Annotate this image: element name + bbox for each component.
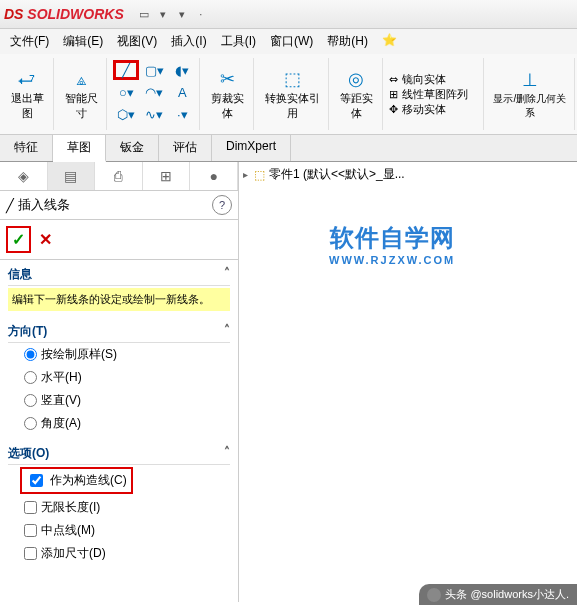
offset-icon: ◎ [344, 67, 368, 91]
tab-feature[interactable]: 特征 [0, 135, 53, 161]
watermark-url: WWW.RJZXW.COM [329, 254, 455, 266]
convert-button[interactable]: ⬚ 转换实体引用 [256, 58, 329, 130]
feature-tree-flyout[interactable]: ▸ ⬚ 零件1 (默认<<默认>_显... [243, 166, 405, 183]
app-logo: DS SOLIDWORKS [4, 6, 124, 22]
part-icon: ⬚ [254, 168, 265, 182]
panel-tab-feature-icon[interactable]: ◈ [0, 162, 48, 190]
section-info: 信息˄ 编辑下一新线条的设定或绘制一新线条。 [0, 260, 238, 317]
panel-tab-dim-icon[interactable]: ⊞ [143, 162, 191, 190]
sketch-tools-grid: ╱ ▢▾ ◖▾ ○▾ ◠▾ A ⬡▾ ∿▾ ·▾ [109, 58, 200, 130]
ok-highlight: ✓ [6, 226, 31, 253]
line-tool-button[interactable]: ╱ [113, 60, 139, 80]
section-direction: 方向(T)˄ 按绘制原样(S) 水平(H) 竖直(V) 角度(A) [0, 317, 238, 439]
radio-horizontal[interactable]: 水平(H) [8, 366, 230, 389]
open-icon[interactable]: ▾ [155, 6, 171, 22]
radio-as-sketched[interactable]: 按绘制原样(S) [8, 343, 230, 366]
command-tabs: 特征 草图 钣金 评估 DimXpert [0, 135, 577, 162]
graphics-area[interactable]: ▸ ⬚ 零件1 (默认<<默认>_显... 软件自学网 WWW.RJZXW.CO… [239, 162, 577, 602]
slot-tool-icon[interactable]: ◖▾ [169, 60, 195, 80]
section-opts-title: 选项(O) [8, 445, 49, 462]
convert-icon: ⬚ [280, 67, 304, 91]
relations-icon: ⊥ [518, 68, 542, 92]
watermark-title: 软件自学网 [329, 222, 455, 254]
property-panel: ◈ ▤ ⎙ ⊞ ● ╱ 插入线条 ? ✓ ✕ 信息˄ 编辑下一新线条的设定或绘制… [0, 162, 239, 602]
menu-edit[interactable]: 编辑(E) [57, 31, 109, 52]
exit-sketch-icon: ⮐ [15, 67, 39, 91]
tab-dimxpert[interactable]: DimXpert [212, 135, 291, 161]
trim-icon: ✂ [216, 67, 240, 91]
menu-help[interactable]: 帮助(H) [321, 31, 374, 52]
arc-tool-icon[interactable]: ◠▾ [141, 82, 167, 102]
move-icon[interactable]: ✥ [389, 103, 398, 116]
menu-tools[interactable]: 工具(I) [215, 31, 262, 52]
watermark: 软件自学网 WWW.RJZXW.COM [329, 222, 455, 266]
collapse-icon[interactable]: ˄ [224, 445, 230, 462]
tab-evaluate[interactable]: 评估 [159, 135, 212, 161]
main-area: ◈ ▤ ⎙ ⊞ ● ╱ 插入线条 ? ✓ ✕ 信息˄ 编辑下一新线条的设定或绘制… [0, 162, 577, 602]
pattern-icon[interactable]: ⊞ [389, 88, 398, 101]
menu-search-icon[interactable]: ⭐ [376, 31, 403, 52]
pattern-group: ⇔镜向实体 ⊞线性草图阵列 ✥移动实体 [385, 58, 484, 130]
smart-dimension-button[interactable]: ⟁ 智能尺寸 [56, 58, 108, 130]
ribbon: ⮐ 退出草图 ⟁ 智能尺寸 ╱ ▢▾ ◖▾ ○▾ ◠▾ A ⬡▾ ∿▾ ·▾ ✂… [0, 54, 577, 135]
avatar-icon [427, 588, 441, 602]
cancel-button[interactable]: ✕ [39, 230, 52, 249]
menu-bar: 文件(F) 编辑(E) 视图(V) 插入(I) 工具(I) 窗口(W) 帮助(H… [0, 29, 577, 54]
menu-insert[interactable]: 插入(I) [165, 31, 212, 52]
construction-highlight: 作为构造线(C) [20, 467, 133, 494]
menu-file[interactable]: 文件(F) [4, 31, 55, 52]
confirm-row: ✓ ✕ [0, 220, 238, 260]
collapse-icon[interactable]: ˄ [224, 266, 230, 283]
panel-tabs: ◈ ▤ ⎙ ⊞ ● [0, 162, 238, 191]
checkbox-midpoint[interactable]: 中点线(M) [8, 519, 230, 542]
menu-window[interactable]: 窗口(W) [264, 31, 319, 52]
part-name: 零件1 (默认<<默认>_显... [269, 166, 405, 183]
checkbox-add-dim[interactable]: 添加尺寸(D) [8, 542, 230, 565]
info-text: 编辑下一新线条的设定或绘制一新线条。 [8, 288, 230, 311]
menu-view[interactable]: 视图(V) [111, 31, 163, 52]
panel-tab-appearance-icon[interactable]: ● [190, 162, 238, 190]
line-icon: ╱ [6, 198, 14, 213]
help-icon[interactable]: ? [212, 195, 232, 215]
section-info-title: 信息 [8, 266, 32, 283]
display-relations-button[interactable]: ⊥ 显示/删除几何关系 [486, 58, 575, 130]
tab-sketch[interactable]: 草图 [53, 135, 106, 162]
expand-icon[interactable]: ▸ [243, 169, 248, 180]
save-icon[interactable]: ▾ [174, 6, 190, 22]
panel-header: ╱ 插入线条 ? [0, 191, 238, 220]
offset-button[interactable]: ◎ 等距实体 [331, 58, 383, 130]
point-tool-icon[interactable]: ·▾ [169, 104, 195, 124]
trim-button[interactable]: ✂ 剪裁实体 [202, 58, 254, 130]
checkbox-construction[interactable] [30, 474, 43, 487]
title-bar: DS SOLIDWORKS ▭ ▾ ▾ · [0, 0, 577, 29]
rect-tool-icon[interactable]: ▢▾ [141, 60, 167, 80]
mirror-icon[interactable]: ⇔ [389, 73, 398, 86]
polygon-tool-icon[interactable]: ⬡▾ [113, 104, 139, 124]
spline-tool-icon[interactable]: ∿▾ [141, 104, 167, 124]
circle-tool-icon[interactable]: ○▾ [113, 82, 139, 102]
panel-tab-property-icon[interactable]: ▤ [48, 162, 96, 190]
panel-tab-config-icon[interactable]: ⎙ [95, 162, 143, 190]
collapse-icon[interactable]: ˄ [224, 323, 230, 340]
footer-text: 头条 @solidworks小达人. [445, 587, 569, 602]
dimension-icon: ⟁ [69, 67, 93, 91]
new-icon[interactable]: ▭ [136, 6, 152, 22]
radio-vertical[interactable]: 竖直(V) [8, 389, 230, 412]
text-tool-icon[interactable]: A [169, 82, 195, 102]
exit-sketch-button[interactable]: ⮐ 退出草图 [2, 58, 54, 130]
quick-access-toolbar: ▭ ▾ ▾ · [136, 6, 209, 22]
attribution-footer: 头条 @solidworks小达人. [419, 584, 577, 605]
panel-title: 插入线条 [18, 196, 212, 214]
tab-sheetmetal[interactable]: 钣金 [106, 135, 159, 161]
radio-angle[interactable]: 角度(A) [8, 412, 230, 435]
section-dir-title: 方向(T) [8, 323, 47, 340]
section-options: 选项(O)˄ 作为构造线(C) 无限长度(I) 中点线(M) 添加尺寸(D) [0, 439, 238, 569]
more-icon[interactable]: · [193, 6, 209, 22]
ok-button[interactable]: ✓ [12, 230, 25, 249]
checkbox-infinite[interactable]: 无限长度(I) [8, 496, 230, 519]
